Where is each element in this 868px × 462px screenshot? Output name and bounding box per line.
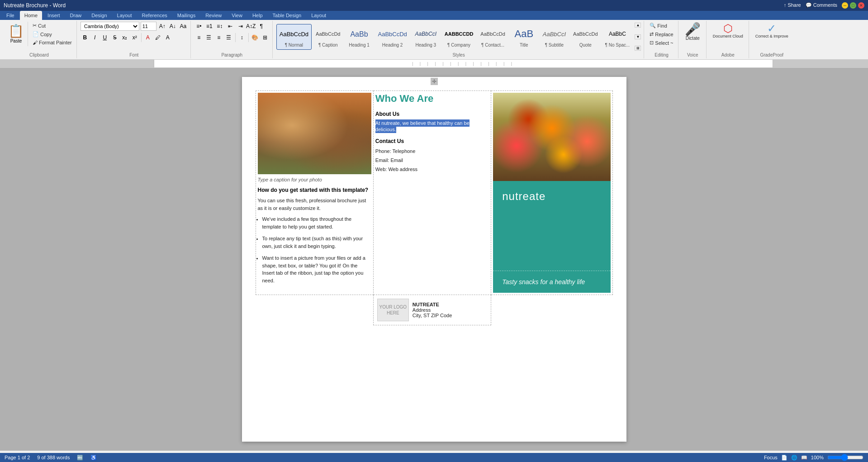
photo-inner xyxy=(258,93,371,174)
correct-improve-btn[interactable]: ✓ Correct & Improve xyxy=(753,22,791,40)
style-contact[interactable]: AaBbCcDd ¶ Contact... xyxy=(477,24,508,50)
about-us-heading[interactable]: About Us xyxy=(375,111,489,117)
footer-address[interactable]: Address xyxy=(413,307,452,313)
flowers-inner xyxy=(493,93,610,181)
dictate-btn[interactable]: 🎤 Dictate xyxy=(682,22,703,42)
tab-insert[interactable]: Insert xyxy=(43,11,65,20)
superscript-btn[interactable]: x² xyxy=(130,33,139,42)
body-intro[interactable]: You can use this fresh, professional bro… xyxy=(258,197,371,212)
contact-us-heading[interactable]: Contact Us xyxy=(375,138,489,144)
contact-phone[interactable]: Phone: Telephone xyxy=(375,147,489,156)
show-marks-btn[interactable]: ¶ xyxy=(257,22,266,31)
format-painter-btn[interactable]: 🖌 Format Painter xyxy=(31,39,74,46)
style-heading3[interactable]: AaBbCcI Heading 3 xyxy=(411,24,441,50)
replace-btn[interactable]: ⇄ Replace xyxy=(648,30,675,38)
find-btn[interactable]: 🔍 Find xyxy=(648,22,669,29)
bullet-1[interactable]: We've included a few tips throughout the… xyxy=(262,215,371,230)
about-us-body[interactable]: At nutreate, we believe that healthy can… xyxy=(375,120,489,133)
tab-home[interactable]: Home xyxy=(20,11,42,20)
shading-btn[interactable]: 🎨 xyxy=(251,33,260,42)
clipboard-label: Clipboard xyxy=(29,52,49,57)
comments-btn[interactable]: 💬 Comments xyxy=(806,2,837,9)
font-color-btn[interactable]: A xyxy=(163,33,172,42)
contact-email[interactable]: Email: Email xyxy=(375,156,489,165)
decrease-indent-btn[interactable]: ⇤ xyxy=(226,22,235,31)
tab-view[interactable]: View xyxy=(227,11,247,20)
tab-mailings[interactable]: Mailings xyxy=(173,11,200,20)
styles-expand[interactable]: ⊞ xyxy=(635,46,641,51)
font-grow-btn[interactable]: A↑ xyxy=(158,22,167,31)
style-quote[interactable]: AaBbCcDd Quote xyxy=(570,24,601,50)
select-btn[interactable]: ⊡ Select ~ xyxy=(648,39,675,47)
multilevel-btn[interactable]: ≡↕ xyxy=(215,22,224,31)
align-right-btn[interactable]: ≡ xyxy=(214,33,223,42)
bullet-2[interactable]: To replace any tip text (such as this) w… xyxy=(262,235,371,250)
bold-btn[interactable]: B xyxy=(81,33,90,42)
close-btn[interactable]: ✕ xyxy=(858,2,864,9)
cut-btn[interactable]: ✂ Cut xyxy=(31,22,74,29)
underline-btn[interactable]: U xyxy=(100,33,109,42)
justify-btn[interactable]: ☰ xyxy=(224,33,233,42)
highlight-btn[interactable]: 🖊 xyxy=(153,33,162,42)
photo-caption[interactable]: Type a caption for your photo xyxy=(258,174,371,187)
tab-references[interactable]: References xyxy=(138,11,172,20)
paste-btn[interactable]: 📋 Paste xyxy=(5,22,28,46)
footer-city[interactable]: City, ST ZIP Code xyxy=(413,313,452,318)
tab-design[interactable]: Design xyxy=(87,11,111,20)
style-normal[interactable]: AaBbCcDd ¶ Normal xyxy=(276,24,312,50)
cut-icon: ✂ xyxy=(33,23,37,29)
document-cloud-btn[interactable]: ⬡ Document Cloud xyxy=(710,22,746,40)
subscript-btn[interactable]: x₂ xyxy=(120,33,129,42)
font-name-select[interactable]: Cambria (Body) xyxy=(81,22,139,31)
style-heading2[interactable]: AaBbCcDd Heading 2 xyxy=(375,24,410,50)
styles-scroll-down[interactable]: ▼ xyxy=(635,34,641,39)
bullet-list-btn[interactable]: ≡• xyxy=(194,22,204,31)
gradeproof-label: GradeProof xyxy=(760,52,783,57)
border-btn[interactable]: ⊞ xyxy=(261,33,270,42)
tab-review[interactable]: Review xyxy=(201,11,226,20)
bullet-3[interactable]: Want to insert a picture from your files… xyxy=(262,254,371,284)
style-subtitle[interactable]: AaBbCcI ¶ Subtitle xyxy=(540,24,569,50)
left-photo[interactable] xyxy=(258,93,371,174)
clear-format-btn[interactable]: Aa xyxy=(179,22,188,31)
tab-draw[interactable]: Draw xyxy=(66,11,86,20)
maximize-btn[interactable]: □ xyxy=(850,2,856,9)
minimize-btn[interactable]: ─ xyxy=(842,2,848,9)
footer-company[interactable]: NUTREATE xyxy=(413,302,452,307)
font-size-input[interactable] xyxy=(141,22,157,31)
increase-indent-btn[interactable]: ⇥ xyxy=(236,22,245,31)
style-company[interactable]: AABBCCDD ¶ Company xyxy=(441,24,477,50)
who-we-are-title[interactable]: Who We Are xyxy=(375,93,489,105)
tab-help[interactable]: Help xyxy=(248,11,267,20)
numbered-list-btn[interactable]: ≡1 xyxy=(205,22,214,31)
tab-layout2[interactable]: Layout xyxy=(307,11,331,20)
font-shrink-btn[interactable]: A↓ xyxy=(168,22,177,31)
logo-placeholder[interactable]: YOUR LOGO HERE xyxy=(377,299,409,321)
contact-web[interactable]: Web: Web address xyxy=(375,165,489,174)
microphone-icon: 🎤 xyxy=(685,23,701,36)
tagline[interactable]: Tasty snacks for a healthy life xyxy=(502,278,601,286)
font-label: Font xyxy=(129,52,138,57)
italic-btn[interactable]: I xyxy=(90,33,100,42)
style-nospace[interactable]: AaBbC ¶ No Spac... xyxy=(602,24,633,50)
text-color-btn[interactable]: A xyxy=(143,33,152,42)
tab-table-design[interactable]: Table Design xyxy=(268,11,306,20)
style-caption[interactable]: AaBbCcDd ¶ Caption xyxy=(313,24,343,50)
strikethrough-btn[interactable]: S̶ xyxy=(110,33,119,42)
styles-scroll-up[interactable]: ▲ xyxy=(635,23,641,28)
align-center-btn[interactable]: ☰ xyxy=(204,33,213,42)
style-title[interactable]: AaB Title xyxy=(509,24,539,50)
copy-btn[interactable]: 📄 Copy xyxy=(31,30,74,38)
share-btn[interactable]: ↑ Share xyxy=(784,2,801,9)
brand-box: nutreate xyxy=(493,181,610,212)
style-heading1[interactable]: AaBb Heading 1 xyxy=(344,24,374,50)
question-heading[interactable]: How do you get started with this templat… xyxy=(258,187,371,193)
align-left-btn[interactable]: ≡ xyxy=(194,33,204,42)
tab-layout[interactable]: Layout xyxy=(113,11,137,20)
brand-name[interactable]: nutreate xyxy=(502,190,601,203)
sort-btn[interactable]: A↕Z xyxy=(247,22,256,31)
flowers-photo[interactable] xyxy=(493,93,610,181)
tab-file[interactable]: File xyxy=(2,11,19,20)
move-handle[interactable]: ✛ xyxy=(431,78,438,85)
line-spacing-btn[interactable]: ↕ xyxy=(237,33,247,42)
